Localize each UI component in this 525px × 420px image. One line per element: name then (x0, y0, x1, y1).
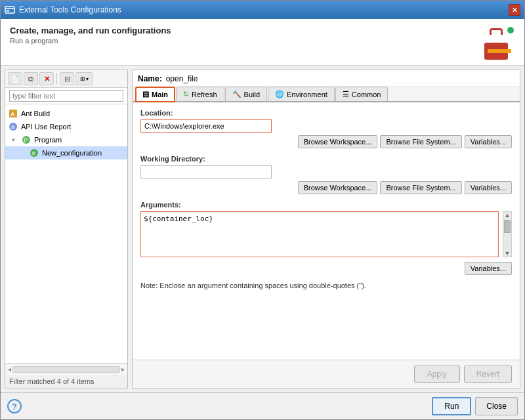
tree-item-api-use-report[interactable]: @ API Use Report (5, 120, 127, 133)
window-icon (5, 5, 15, 15)
svg-text:A: A (10, 111, 15, 117)
tree-item-new-configuration[interactable]: ⚙ New_configuration (5, 146, 127, 159)
delete-config-button[interactable]: ✕ (39, 72, 54, 85)
args-variables-button[interactable]: Variables... (465, 262, 512, 275)
toolbar-separator (56, 73, 57, 85)
left-toolbar: 📄 ⧉ ✕ ⊟ ⊞ ▾ (5, 70, 127, 88)
expand-dropdown-button[interactable]: ⊞ ▾ (75, 72, 93, 85)
note-text: Note: Enclose an argument containing spa… (140, 282, 512, 289)
apply-button[interactable]: Apply (414, 366, 460, 383)
program-icon: P (21, 135, 32, 145)
location-variables-button[interactable]: Variables... (465, 135, 512, 148)
location-browse-workspace-button[interactable]: Browse Workspace... (298, 135, 378, 148)
workdir-browse-workspace-button[interactable]: Browse Workspace... (298, 181, 378, 194)
svg-text:⚙: ⚙ (32, 151, 35, 156)
footer-left: ? (7, 399, 22, 413)
program-expand-icon: ▾ (8, 135, 18, 145)
arguments-group: Arguments: ▲ ▼ Variables... (140, 201, 512, 275)
arguments-input[interactable] (140, 211, 499, 257)
dialog-footer: ? Run Close (1, 392, 524, 419)
tab-common[interactable]: ☰ Common (335, 87, 388, 101)
right-panel: Name: open_file ▤ Main ↻ Refresh 🔨 Build… (132, 70, 520, 388)
api-use-report-label: API Use Report (21, 123, 71, 131)
delete-icon: ✕ (44, 75, 50, 83)
tab-build[interactable]: 🔨 Build (225, 87, 267, 101)
tree-item-program[interactable]: ▾ P Program (5, 133, 127, 146)
environment-tab-label: Environment (287, 91, 327, 98)
window-title: External Tools Configurations (19, 5, 121, 14)
copy-config-button[interactable]: ⧉ (24, 72, 38, 85)
ant-build-icon: A (8, 108, 18, 119)
location-group: Location: Browse Workspace... Browse Fil… (140, 109, 512, 148)
left-panel: 📄 ⧉ ✕ ⊟ ⊞ ▾ (5, 70, 128, 388)
main-tab-label: Main (152, 91, 168, 98)
refresh-tab-label: Refresh (192, 91, 217, 98)
workdir-variables-button[interactable]: Variables... (465, 181, 512, 194)
title-bar-controls: ✕ (509, 4, 520, 16)
tab-main-content: Location: Browse Workspace... Browse Fil… (133, 102, 520, 360)
run-button[interactable]: Run (432, 397, 471, 415)
green-dot (506, 26, 515, 35)
new-config-button[interactable]: 📄 (8, 72, 22, 85)
tab-refresh[interactable]: ↻ Refresh (176, 87, 224, 101)
new-icon: 📄 (10, 75, 20, 83)
location-input[interactable] (140, 119, 272, 133)
scrollbar-down-icon[interactable]: ▼ (505, 250, 511, 257)
workdir-browse-filesystem-button[interactable]: Browse File System... (380, 181, 461, 194)
tab-main[interactable]: ▤ Main (135, 87, 175, 102)
new-configuration-label: New_configuration (42, 149, 102, 157)
horizontal-scrollbar[interactable] (12, 366, 120, 373)
close-dialog-button[interactable]: Close (475, 397, 518, 415)
collapse-button[interactable]: ⊟ (60, 72, 74, 85)
scrollbar-thumb[interactable] (504, 220, 511, 233)
left-scroll-right-icon[interactable]: ▸ (121, 366, 125, 373)
header-title: Create, manage, and run configurations (10, 26, 171, 35)
common-tab-label: Common (352, 91, 381, 98)
name-value: open_file (166, 74, 198, 83)
header-text: Create, manage, and run configurations R… (10, 26, 171, 45)
common-tab-icon: ☰ (343, 90, 349, 98)
tab-environment[interactable]: 🌐 Environment (268, 87, 335, 101)
build-tab-label: Build (244, 91, 260, 98)
close-button[interactable]: ✕ (509, 4, 520, 16)
arguments-area: ▲ ▼ (140, 211, 512, 259)
location-label: Location: (140, 109, 512, 117)
arguments-label: Arguments: (140, 201, 512, 209)
bottom-actions: Apply Revert (133, 360, 520, 388)
tree-item-ant-build[interactable]: A Ant Build (5, 107, 127, 120)
title-bar-left: External Tools Configurations (5, 5, 121, 15)
header-section: Create, manage, and run configurations R… (1, 19, 524, 66)
working-dir-label: Working Directory: (140, 155, 512, 163)
location-browse-filesystem-button[interactable]: Browse File System... (380, 135, 461, 148)
tabs-bar: ▤ Main ↻ Refresh 🔨 Build 🌐 Environment ☰ (133, 87, 520, 102)
filter-area (5, 88, 127, 104)
main-content: 📄 ⧉ ✕ ⊟ ⊞ ▾ (1, 66, 524, 392)
environment-tab-icon: 🌐 (275, 90, 284, 98)
program-label: Program (34, 136, 62, 144)
build-tab-icon: 🔨 (232, 90, 242, 98)
collapse-icon: ⊟ (64, 75, 70, 83)
toolbox-body (484, 43, 508, 60)
filter-input[interactable] (9, 90, 123, 102)
refresh-tab-icon: ↻ (183, 90, 189, 98)
left-scroll-left-icon[interactable]: ◂ (8, 366, 11, 373)
copy-icon: ⧉ (28, 75, 33, 83)
arguments-browse-row: Variables... (140, 262, 512, 275)
expand-icon: ⊞ (80, 75, 85, 82)
dropdown-chevron-icon: ▾ (86, 76, 89, 82)
help-icon: ? (12, 402, 17, 411)
scrollbar-up-icon[interactable]: ▲ (505, 212, 511, 219)
ant-build-label: Ant Build (21, 110, 50, 117)
api-icon: @ (8, 121, 18, 132)
help-button[interactable]: ? (7, 399, 22, 413)
revert-button[interactable]: Revert (464, 366, 512, 383)
title-bar: External Tools Configurations ✕ (1, 1, 524, 19)
toolbox-icon-area (481, 26, 515, 60)
new-config-icon: ⚙ (29, 148, 39, 158)
working-dir-input[interactable] (140, 165, 272, 178)
name-row: Name: open_file (133, 70, 520, 87)
toolbox-handle (490, 28, 503, 35)
arguments-scrollbar[interactable]: ▲ ▼ (503, 211, 512, 257)
filter-status-text: Filter matched 4 of 4 items (9, 377, 94, 385)
working-dir-browse-row: Browse Workspace... Browse File System..… (140, 181, 512, 194)
